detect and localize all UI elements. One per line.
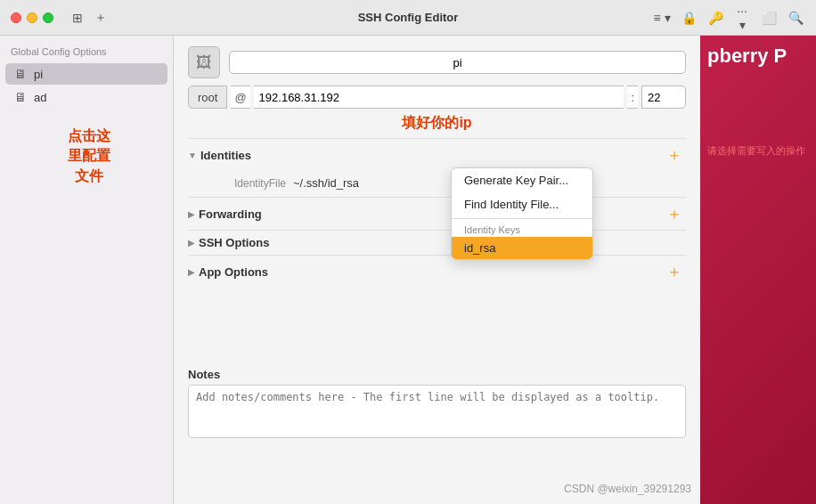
user-label: root <box>188 85 227 109</box>
chevron-down-icon: ▼ <box>188 150 197 160</box>
window-title: SSH Config Editor <box>358 11 459 24</box>
close-button[interactable] <box>11 12 21 23</box>
host-name-input[interactable] <box>229 51 686 74</box>
notes-label: Notes <box>188 368 686 381</box>
titlebar: ⊞ ＋ SSH Config Editor ≡ ▾ 🔒 🔑 ··· ▾ ⬜ 🔍 <box>0 0 816 36</box>
section-ssh-options-title: SSH Options <box>199 236 686 249</box>
annotation-fill-ip: 填好你的ip <box>188 114 686 133</box>
section-identities-title: Identities <box>200 149 663 162</box>
find-identity-file-item[interactable]: Find Identity File... <box>452 192 592 216</box>
sidebar-toggle-button[interactable]: ⊞ <box>68 8 87 28</box>
lock-icon[interactable]: 🔒 <box>679 8 698 28</box>
toolbar-right: ≡ ▾ 🔒 🔑 ··· ▾ ⬜ 🔍 <box>652 8 805 28</box>
section-forwarding: ▶ Forwarding ＋ <box>188 197 686 230</box>
window-icon[interactable]: ⬜ <box>759 8 779 28</box>
section-identities-body: IdentityFile ~/.ssh/id_rsa <box>188 171 686 197</box>
add-button[interactable]: ＋ <box>91 8 110 28</box>
main-layout: Global Config Options 🖥 pi 🖥 ad 点击这 里配置 … <box>0 36 816 504</box>
dropdown-menu: Generate Key Pair... Find Identity File.… <box>451 167 593 260</box>
add-forwarding-button[interactable]: ＋ <box>663 203 686 224</box>
minimize-button[interactable] <box>27 12 37 23</box>
section-identities: ▼ Identities ＋ IdentityFile ~/.ssh/id_rs… <box>188 138 686 197</box>
right-panel-title: pberry P <box>707 45 809 68</box>
identity-keys-label: Identity Keys <box>452 221 592 237</box>
identity-file-row: IdentityFile ~/.ssh/id_rsa <box>188 175 686 191</box>
dropdown-divider <box>452 218 592 219</box>
add-identity-button[interactable]: ＋ <box>663 144 686 166</box>
sidebar-header: Global Config Options <box>0 43 173 62</box>
sidebar-item-pi[interactable]: 🖥 pi <box>5 63 167 85</box>
sidebar-label-ad: ad <box>34 91 46 104</box>
list-view-button[interactable]: ≡ ▾ <box>652 8 672 28</box>
section-forwarding-header[interactable]: ▶ Forwarding ＋ <box>188 198 686 230</box>
add-app-options-button[interactable]: ＋ <box>663 261 686 282</box>
identity-file-label: IdentityFile <box>206 177 286 190</box>
spacer <box>188 288 686 359</box>
connection-row: root @ : <box>188 85 686 109</box>
sidebar: Global Config Options 🖥 pi 🖥 ad 点击这 里配置 … <box>0 36 174 504</box>
notes-textarea[interactable] <box>188 385 686 438</box>
colon-separator: : <box>627 85 638 109</box>
section-app-options-title: App Options <box>199 265 663 279</box>
key-id-rsa-item[interactable]: id_rsa <box>452 237 592 259</box>
sidebar-toggle-group: ⊞ ＋ <box>68 8 110 28</box>
key-icon[interactable]: 🔑 <box>706 8 725 28</box>
content-inner: 🖼 root @ : 填好你的ip ▼ Identities ＋ <box>174 36 700 504</box>
hostname-input[interactable] <box>254 85 624 109</box>
section-app-options-header[interactable]: ▶ App Options ＋ <box>188 256 686 288</box>
chevron-right-icon: ▶ <box>188 209 195 219</box>
section-app-options: ▶ App Options ＋ <box>188 255 686 288</box>
host-icon-pi: 🖥 <box>14 67 27 81</box>
at-symbol: @ <box>231 85 249 109</box>
traffic-lights <box>11 12 53 23</box>
identity-file-value: ~/.ssh/id_rsa <box>293 176 359 190</box>
right-panel: pberry P 请选择需要写入的操作 <box>700 36 816 504</box>
sidebar-item-ad[interactable]: 🖥 ad <box>5 86 167 108</box>
content-area: 🖼 root @ : 填好你的ip ▼ Identities ＋ <box>174 36 700 504</box>
section-identities-header[interactable]: ▼ Identities ＋ <box>188 139 686 171</box>
chevron-right-icon-app: ▶ <box>188 267 195 277</box>
generate-key-pair-item[interactable]: Generate Key Pair... <box>452 168 592 192</box>
host-icon-ad: 🖥 <box>14 90 27 104</box>
sidebar-label-pi: pi <box>34 68 43 81</box>
more-button[interactable]: ··· ▾ <box>732 8 752 28</box>
host-row: 🖼 <box>188 46 686 78</box>
search-button[interactable]: 🔍 <box>786 8 805 28</box>
port-input[interactable] <box>641 85 686 109</box>
right-panel-annotation: 请选择需要写入的操作 <box>707 144 809 158</box>
notes-section: Notes <box>188 368 686 441</box>
chevron-right-icon-ssh: ▶ <box>188 238 195 248</box>
annotation-click-here: 点击这 里配置 文件 <box>5 126 173 186</box>
section-ssh-options-header[interactable]: ▶ SSH Options <box>188 231 686 255</box>
host-image-button[interactable]: 🖼 <box>188 46 220 78</box>
fullscreen-button[interactable] <box>43 12 53 23</box>
section-ssh-options: ▶ SSH Options <box>188 230 686 255</box>
